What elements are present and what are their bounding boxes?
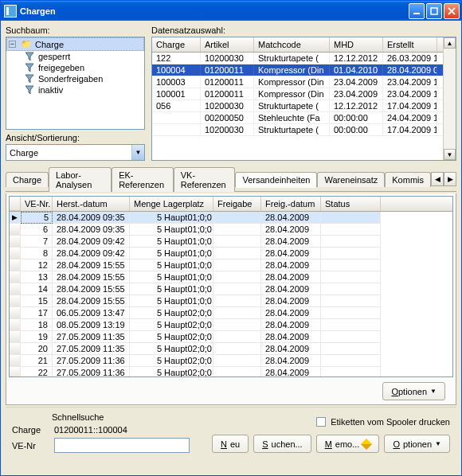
- combo-label: Ansicht/Sortierung:: [6, 133, 145, 142]
- grid2-header[interactable]: VE-Nr. Herst.-datum Menge Lagerplatz Fre…: [10, 197, 452, 212]
- table-row[interactable]: 1328.04.2009 15:555 Haupt01;0;0;028.04.2…: [10, 271, 452, 283]
- table-row[interactable]: 05610200030Strukturtapete (12.12.201217.…: [152, 100, 443, 112]
- tab-labor-analysen[interactable]: Labor-Analysen: [49, 167, 112, 192]
- table-row[interactable]: 2227.05.2009 11:365 Haupt02;0;0;028.04.2…: [10, 367, 452, 377]
- tab-panel: VE-Nr. Herst.-datum Menge Lagerplatz Fre…: [6, 193, 456, 405]
- titlebar[interactable]: Chargen: [1, 1, 461, 21]
- table-row[interactable]: 1927.05.2009 11:355 Haupt02;0;0;028.04.2…: [10, 331, 452, 343]
- filter-icon: [24, 85, 35, 95]
- maximize-button[interactable]: [426, 3, 442, 19]
- filter-icon: [24, 52, 35, 61]
- footer: Schnellsuche Charge01200011::100004 VE-N…: [6, 407, 456, 456]
- venr-input[interactable]: [54, 438, 190, 453]
- options-button[interactable]: Optionen ▼: [384, 435, 450, 453]
- scroll-up-icon[interactable]: ▲: [444, 37, 456, 49]
- close-button[interactable]: [444, 3, 460, 19]
- tree-item[interactable]: inaktiv: [6, 84, 144, 96]
- svg-rect-1: [431, 8, 437, 14]
- table-row[interactable]: 10000401200011Kompressor (Din01.04.20102…: [152, 64, 443, 76]
- detail-grid[interactable]: VE-Nr. Herst.-datum Menge Lagerplatz Fre…: [9, 196, 453, 377]
- table-row[interactable]: 628.04.2009 09:355 Haupt01;0;0;028.04.20…: [10, 224, 452, 236]
- table-row[interactable]: 1528.04.2009 15:555 Haupt01;0;0;028.04.2…: [10, 295, 452, 307]
- memo-button[interactable]: Memo...: [316, 435, 380, 453]
- tab-scroll-left[interactable]: ◀: [431, 172, 444, 186]
- tab-scroll-right[interactable]: ▶: [444, 172, 456, 186]
- quicksearch-label: Schnellsuche: [12, 412, 190, 422]
- venr-label: VE-Nr: [12, 441, 48, 451]
- window-title: Chargen: [20, 6, 56, 16]
- checkbox-icon[interactable]: [316, 417, 326, 427]
- window: Chargen Suchbaum: − 📁 Charge gesperrtfre…: [0, 0, 462, 476]
- tab-charge[interactable]: Charge: [6, 172, 49, 187]
- tab-ek-referenzen[interactable]: EK-Referenzen: [112, 167, 174, 192]
- table-row[interactable]: 00200050Stehleuchte (Fa00:00:0024.04.200…: [152, 112, 443, 124]
- table-row[interactable]: 10200030Strukturtapete (00:00:0017.04.20…: [152, 124, 443, 136]
- tree-item[interactable]: Sonderfreigaben: [6, 73, 144, 84]
- filter-icon: [24, 74, 35, 84]
- tabs: ChargeLabor-AnalysenEK-ReferenzenVK-Refe…: [6, 167, 456, 192]
- minimize-button[interactable]: [409, 3, 425, 19]
- tree-root[interactable]: − 📁 Charge: [6, 37, 144, 51]
- tree-item[interactable]: freigegeben: [6, 62, 144, 73]
- expander-icon[interactable]: −: [9, 41, 16, 48]
- tab-versandeinheiten[interactable]: Versandeinheiten: [235, 172, 317, 188]
- table-row[interactable]: 12210200030Strukturtapete (12.12.201226.…: [152, 53, 443, 64]
- search-button[interactable]: Suchen...: [253, 435, 311, 453]
- table-row[interactable]: 10000301200011Kompressor (Din23.04.20092…: [152, 76, 443, 88]
- grid1-header[interactable]: Charge Artikel Matchcode MHD Erstellt: [152, 37, 443, 53]
- table-row[interactable]: ▶528.04.2009 09:355 Haupt01;0;0;028.04.2…: [10, 212, 452, 224]
- folder-icon: 📁: [21, 39, 32, 49]
- table-row[interactable]: 1428.04.2009 15:555 Haupt01;0;0;028.04.2…: [10, 283, 452, 295]
- table-row[interactable]: 10000101200011Kompressor (Din23.04.20092…: [152, 88, 443, 100]
- sort-combo[interactable]: ▼: [6, 144, 145, 161]
- client-area: Suchbaum: − 📁 Charge gesperrtfreigegeben…: [1, 21, 461, 475]
- filter-icon: [24, 63, 35, 72]
- tree-root-label: Charge: [35, 40, 64, 49]
- spooler-checkbox[interactable]: Etiketten vom Spooler drucken: [316, 417, 450, 427]
- charge-label: Charge: [12, 425, 48, 435]
- table-row[interactable]: 2127.05.2009 11:365 Haupt02;0;0;028.04.2…: [10, 355, 452, 367]
- app-icon: [4, 5, 17, 18]
- spooler-label: Etiketten vom Spooler drucken: [331, 417, 450, 427]
- table-row[interactable]: 1228.04.2009 15:555 Haupt01;0;0;028.04.2…: [10, 259, 452, 271]
- tab-vk-referenzen[interactable]: VK-Referenzen: [174, 167, 236, 192]
- record-grid[interactable]: Charge Artikel Matchcode MHD Erstellt 12…: [151, 37, 456, 161]
- chevron-down-icon[interactable]: ▼: [131, 145, 144, 160]
- new-button[interactable]: Neu: [212, 435, 249, 453]
- grid1-scrollbar[interactable]: ▲ ▼: [443, 37, 456, 160]
- tab-kommis[interactable]: Kommis: [385, 172, 431, 187]
- tree-label: Suchbaum:: [6, 25, 145, 35]
- pencil-icon: [361, 438, 372, 449]
- table-row[interactable]: 728.04.2009 09:425 Haupt01;0;0;028.04.20…: [10, 236, 452, 248]
- table-row[interactable]: 1808.05.2009 13:195 Haupt02;0;0;028.04.2…: [10, 319, 452, 331]
- table-row[interactable]: 1706.05.2009 13:475 Haupt02;0;0;028.04.2…: [10, 307, 452, 319]
- options-button-inner[interactable]: Optionen ▼: [382, 382, 445, 400]
- grid1-label: Datensatzauswahl:: [151, 25, 456, 35]
- tree-item[interactable]: gesperrt: [6, 51, 144, 62]
- tab-wareneinsatz[interactable]: Wareneinsatz: [317, 172, 385, 187]
- table-row[interactable]: 2027.05.2009 11:355 Haupt02;0;0;028.04.2…: [10, 343, 452, 355]
- sort-combo-input[interactable]: [6, 146, 131, 159]
- svg-rect-0: [413, 13, 420, 14]
- scroll-down-icon[interactable]: ▼: [444, 149, 456, 160]
- charge-value: 01200011::100004: [54, 425, 127, 435]
- tree[interactable]: − 📁 Charge gesperrtfreigegebenSonderfrei…: [6, 37, 145, 130]
- table-row[interactable]: 828.04.2009 09:425 Haupt01;0;0;028.04.20…: [10, 248, 452, 259]
